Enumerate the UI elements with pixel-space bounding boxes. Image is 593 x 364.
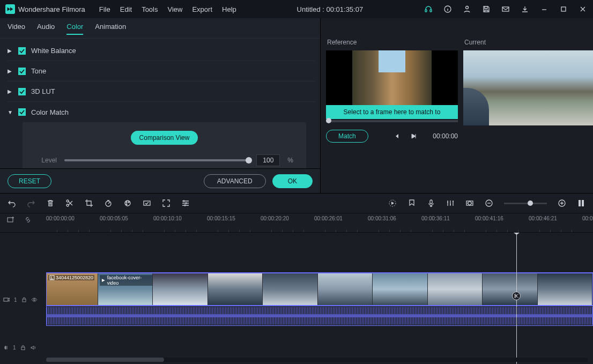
close-icon[interactable] [578,4,588,14]
match-button[interactable]: Match [326,130,368,143]
checkbox-color-match[interactable] [18,108,26,116]
menu-edit[interactable]: Edit [120,5,132,13]
speed-icon[interactable] [104,199,113,207]
zoom-slider[interactable] [504,203,547,204]
reference-scrubber[interactable] [326,120,458,122]
properties-panel: Video Audio Color Animation ▶ White Bala… [0,18,321,193]
record-icon[interactable] [427,199,435,207]
menu-view[interactable]: View [167,5,182,13]
zoom-out-icon[interactable] [485,199,493,207]
timeline-scrollbar[interactable] [46,358,588,362]
tab-color[interactable]: Color [66,23,83,35]
level-percent: % [287,157,293,164]
level-value[interactable]: 100 [256,154,280,166]
match-controls: Match 00:00:00 [326,130,458,143]
download-icon[interactable] [520,4,530,14]
playhead[interactable] [516,233,517,364]
settings-icon[interactable] [181,199,190,207]
tab-audio[interactable]: Audio [37,23,55,35]
eye-icon[interactable] [31,297,38,302]
svg-point-25 [33,299,35,301]
tab-animation[interactable]: Animation [95,23,126,35]
svg-rect-20 [579,200,581,206]
split-icon[interactable] [65,199,74,207]
mute-icon[interactable] [30,345,36,350]
link-icon[interactable] [24,216,32,224]
clip-strip[interactable]: 34044125002820 facebook-cover-video [46,272,593,306]
minimize-icon[interactable] [539,4,549,14]
option-white-balance[interactable]: ▶ White Balance [8,41,315,61]
keyframe-icon[interactable] [465,199,474,207]
tab-video[interactable]: Video [8,23,25,35]
timeline-ruler[interactable]: 00:00:00:0000:00:05:0500:00:10:1000:00:1… [0,213,593,233]
svg-point-27 [51,277,52,278]
info-icon[interactable] [443,4,453,14]
clip-1[interactable]: 34044125002820 [47,273,98,305]
titlebar: Wondershare Filmora File Edit Tools View… [0,0,593,18]
greenscreen-icon[interactable] [143,199,151,207]
mail-icon[interactable] [501,4,510,14]
menu-bar: File Edit Tools View Export Help [99,5,236,13]
save-icon[interactable] [481,4,491,14]
zoom-in-icon[interactable] [558,199,566,207]
zoom-fit-icon[interactable] [577,199,585,207]
timeline-toolbar [0,193,593,213]
video-track[interactable]: 1 34044125002820 facebook-cover-video [0,272,593,327]
ruler-tick: 00:00:26:01 [314,216,343,221]
maximize-icon[interactable] [559,4,568,14]
advanced-button[interactable]: ADVANCED [204,174,266,188]
svg-point-13 [126,204,127,205]
ok-button[interactable]: OK [272,174,313,188]
svg-rect-16 [430,200,432,204]
mixer-icon[interactable] [446,199,455,207]
crop-icon[interactable] [85,199,93,207]
color-icon[interactable] [123,199,132,207]
menu-tools[interactable]: Tools [142,5,158,13]
svg-rect-23 [4,298,8,301]
track-audio-num: 1 [13,345,16,351]
audio-track[interactable]: 1 [0,340,593,355]
svg-rect-24 [23,299,26,302]
clip-2[interactable]: facebook-cover-video [98,273,592,305]
checkbox-white-balance[interactable] [18,47,26,55]
svg-point-10 [125,200,130,206]
lock-icon[interactable] [21,297,27,302]
ruler-tick: 00:00:00:00 [46,216,75,221]
clip-1-label: 34044125002820 [56,275,93,280]
titlebar-right [424,4,588,14]
ruler-tick: 00:00:05:05 [100,216,128,221]
option-tone[interactable]: ▶ Tone [8,61,315,81]
marker-icon[interactable] [407,199,416,207]
option-color-match[interactable]: ▼ Color Match [8,102,315,122]
play-icon[interactable] [410,133,417,139]
undo-icon[interactable] [8,199,16,207]
render-icon[interactable] [388,199,397,207]
lock-icon[interactable] [20,345,26,350]
menu-file[interactable]: File [99,5,110,13]
reference-thumbnail [326,50,458,105]
fitscreen-icon[interactable] [162,199,171,207]
account-icon[interactable] [462,4,472,14]
audio-waveform[interactable] [46,306,593,326]
level-slider[interactable] [64,159,249,161]
checkbox-tone[interactable] [18,68,26,75]
svg-rect-2 [430,10,432,12]
prev-frame-icon[interactable] [393,133,399,139]
reset-button[interactable]: RESET [8,174,51,188]
project-title: Untitled : 00:01:35:07 [236,5,424,13]
delete-icon[interactable] [46,199,55,207]
menu-export[interactable]: Export [192,5,212,13]
ruler-tick: 00:00:46:21 [529,216,557,221]
checkbox-3d-lut[interactable] [18,88,26,95]
headset-icon[interactable] [424,4,433,14]
caret-right-icon: ▶ [8,88,15,94]
svg-point-7 [66,200,69,202]
option-3d-lut[interactable]: ▶ 3D LUT [8,81,315,102]
cut-marker-icon [512,292,521,300]
menu-help[interactable]: Help [222,5,236,13]
timeline-body[interactable]: 1 34044125002820 facebook-cover-video [0,233,593,364]
ruler-tick: 00:00:36:11 [421,216,450,221]
comparison-view-button[interactable]: Comparison View [131,131,198,145]
preview-panel: Reference Select to a frame here to matc… [321,18,593,193]
add-track-icon[interactable] [6,216,15,224]
